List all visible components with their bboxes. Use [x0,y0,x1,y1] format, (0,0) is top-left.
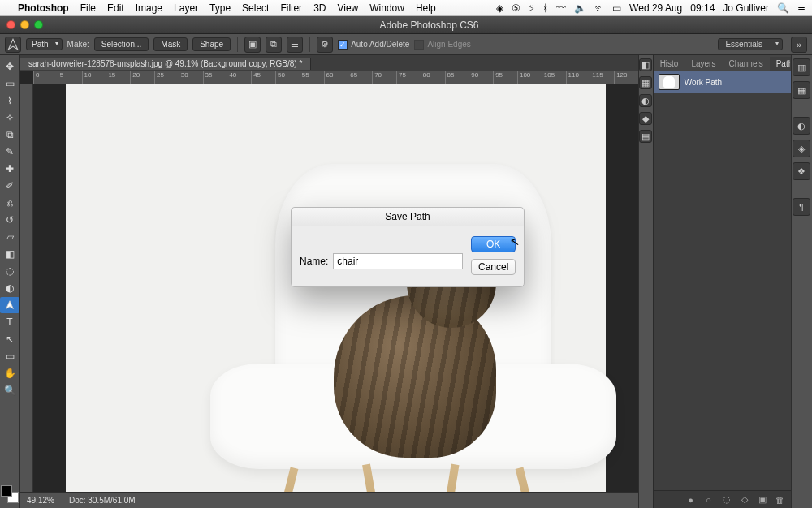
close-window-button[interactable] [6,20,15,29]
dodge-tool[interactable]: ◐ [0,280,19,296]
ruler-tick: 75 [396,71,421,84]
ruler-tick: 5 [58,71,82,84]
ruler-tick: 110 [566,71,590,84]
path-select-tool[interactable]: ↖ [0,331,19,347]
pen-tool-preset-icon[interactable] [5,37,21,53]
styles-icon[interactable]: ◈ [793,140,810,157]
styles-panel-icon[interactable]: ◆ [639,112,652,125]
crop-tool[interactable]: ⧉ [0,127,19,143]
app-titlebar: Adobe Photoshop CS6 [0,16,812,34]
fill-path-icon[interactable]: ● [685,494,697,506]
menu-filter[interactable]: Filter [280,2,302,14]
path-to-selection-icon[interactable]: ◌ [721,494,732,506]
layers-mini-icon[interactable]: ▤ [639,130,652,143]
status-person-icon[interactable]: ⍩ [529,2,534,14]
make-selection-button[interactable]: Selection... [94,37,149,51]
shape-tool[interactable]: ▭ [0,348,19,364]
status-tray-icon[interactable]: ◈ [496,2,503,14]
gradient-tool[interactable]: ◧ [0,246,19,262]
status-bluetooth-icon[interactable]: ᚼ [542,2,548,14]
eraser-tool[interactable]: ▱ [0,229,19,245]
panel-tab-layers[interactable]: Layers [685,57,722,71]
menubar-user[interactable]: Jo Gulliver [723,2,769,14]
auto-add-delete-check[interactable]: ✓ [338,40,348,50]
make-mask-button[interactable]: Mask [153,37,188,51]
menu-window[interactable]: Window [369,2,404,14]
workspace-switcher[interactable]: Essentials [718,38,783,50]
clone-tool[interactable]: ⎌ [0,195,19,211]
tool-mode-select[interactable]: Path [26,38,63,50]
menubar-date[interactable]: Wed 29 Aug [629,2,682,14]
zoom-level[interactable]: 49.12% [27,496,54,505]
menubar-time[interactable]: 09:14 [690,2,715,14]
status-shield-icon[interactable]: ⑤ [512,2,520,14]
document-tab-bar: sarah-dorweiler-128578-unsplash.jpg @ 49… [20,55,638,71]
document-tab[interactable]: sarah-dorweiler-128578-unsplash.jpg @ 49… [20,58,311,70]
status-bar: 49.12% Doc: 30.5M/61.0M [20,492,638,508]
status-wifi-icon[interactable]: 〰 [556,2,566,14]
foreground-color-swatch[interactable] [1,485,12,497]
cat-image [326,206,512,458]
blur-tool[interactable]: ◌ [0,263,19,279]
pen-tool[interactable] [0,297,19,313]
menu-view[interactable]: View [337,2,358,14]
document-canvas[interactable] [66,84,606,492]
make-work-path-icon[interactable]: ◇ [739,494,750,506]
zoom-tool[interactable]: 🔍 [0,382,19,398]
toolbox: ✥ ▭ ⌇ ✧ ⧉ ✎ ✚ ✐ ⎌ ↺ ▱ ◧ ◌ ◐ T ↖ ▭ ✋ 🔍 [0,55,20,508]
status-volume-icon[interactable]: 🔈 [574,2,586,14]
menu-type[interactable]: Type [209,2,231,14]
menu-3d[interactable]: 3D [313,2,326,14]
new-path-icon[interactable]: ▣ [757,494,768,506]
doc-size[interactable]: Doc: 30.5M/61.0M [69,496,136,505]
path-arrange-icon[interactable]: ☰ [287,37,303,53]
marquee-tool[interactable]: ▭ [0,75,19,92]
menu-select[interactable]: Select [242,2,269,14]
lasso-tool[interactable]: ⌇ [0,93,19,109]
move-tool[interactable]: ✥ [0,58,19,75]
panel-stack: Histo Layers Channels Paths » ≡ Work Pat… [653,55,791,508]
menubar-app-name[interactable]: Photoshop [18,2,69,14]
menu-layer[interactable]: Layer [174,2,198,14]
app-title: Adobe Photoshop CS6 [53,19,806,31]
zoom-window-button[interactable] [34,20,43,29]
histogram-icon[interactable]: ▥ [793,58,810,76]
ruler-tick: 55 [300,71,324,84]
delete-path-icon[interactable]: 🗑 [775,494,786,506]
brush-tool[interactable]: ✐ [0,178,19,194]
type-tool[interactable]: T [0,314,19,330]
status-wifi2-icon[interactable]: ᯤ [594,2,604,14]
stroke-path-icon[interactable]: ○ [703,494,715,506]
path-item-row[interactable]: Work Path [654,71,791,93]
path-ops-combine-icon[interactable]: ▣ [244,37,261,53]
align-edges-check[interactable] [414,40,424,50]
adjustments-panel-icon[interactable]: ◐ [639,94,652,107]
menu-file[interactable]: File [80,2,96,14]
swatches-panel-icon[interactable]: ▦ [639,76,652,89]
expand-panels-icon[interactable]: » [791,37,807,53]
swatches-icon[interactable]: ▦ [793,81,810,99]
eyedropper-tool[interactable]: ✎ [0,144,19,160]
spotlight-icon[interactable]: 🔍 [777,2,789,14]
character-icon[interactable]: ¶ [793,198,810,216]
adjustments-icon[interactable]: ◐ [793,117,810,135]
color-swatches[interactable] [1,485,19,503]
make-shape-button[interactable]: Shape [192,37,231,51]
gear-icon[interactable]: ⚙ [317,37,333,53]
layers-icon[interactable]: ❖ [793,162,810,180]
healing-tool[interactable]: ✚ [0,161,19,177]
color-panel-icon[interactable]: ◧ [639,58,652,71]
notification-center-icon[interactable]: ≣ [797,2,806,14]
path-align-icon[interactable]: ⧉ [266,37,282,53]
quick-select-tool[interactable]: ✧ [0,110,19,126]
ruler-tick: 90 [469,71,493,84]
minimize-window-button[interactable] [20,20,29,29]
menu-edit[interactable]: Edit [107,2,124,14]
menu-image[interactable]: Image [136,2,162,14]
history-brush-tool[interactable]: ↺ [0,212,19,228]
menu-help[interactable]: Help [416,2,436,14]
panel-tab-history[interactable]: Histo [654,57,685,71]
status-battery-icon[interactable]: ▭ [612,2,621,14]
hand-tool[interactable]: ✋ [0,365,19,381]
panel-tab-channels[interactable]: Channels [722,57,769,71]
